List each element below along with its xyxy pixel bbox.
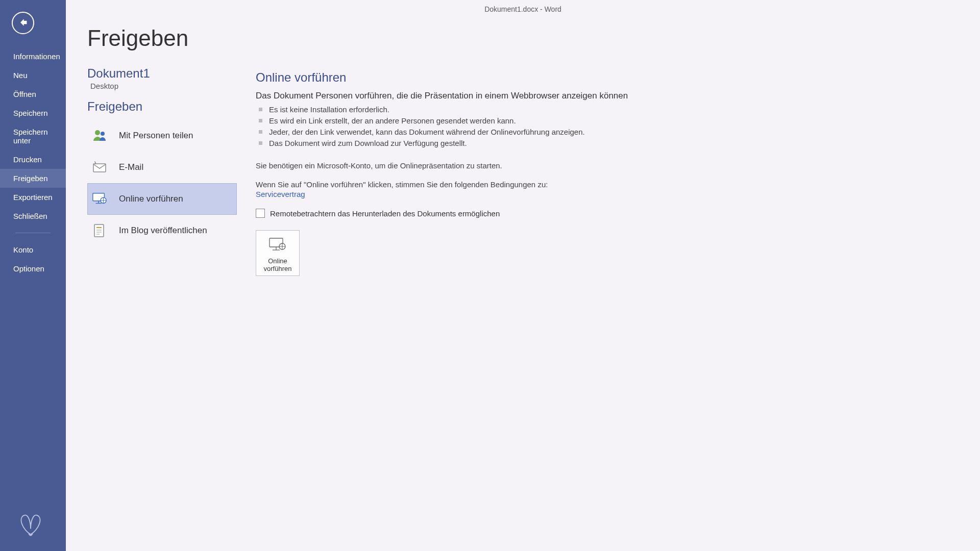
terms-link[interactable]: Servicevertrag: [256, 190, 305, 198]
present-online-button[interactable]: Online vorführen: [256, 230, 300, 276]
nav-options[interactable]: Optionen: [0, 259, 66, 278]
share-option-label: Online vorführen: [119, 194, 183, 204]
nav-open[interactable]: Öffnen: [0, 85, 66, 104]
spacer: [256, 26, 965, 70]
nav-new[interactable]: Neu: [0, 66, 66, 85]
detail-heading: Online vorführen: [256, 70, 965, 85]
button-label-line2: vorführen: [264, 265, 292, 272]
present-icon: [91, 191, 108, 207]
butterfly-icon: [15, 509, 66, 541]
nav-label: Öffnen: [13, 90, 36, 98]
nav-label: Schließen: [13, 212, 47, 220]
share-column: Freigeben Dokument1 Desktop Freigeben Mi…: [66, 26, 237, 551]
nav-label: Informationen: [13, 52, 60, 61]
terms-pre: Wenn Sie auf "Online vorführen" klicken,…: [256, 180, 965, 189]
share-option-blog[interactable]: Im Blog veröffentlichen: [87, 215, 237, 246]
people-icon: [91, 128, 108, 144]
document-location: Desktop: [90, 82, 237, 90]
app-root: Dokument1.docx - Word Informationen Neu …: [0, 0, 980, 551]
nav-print[interactable]: Drucken: [0, 150, 66, 169]
nav-label: Freigeben: [13, 174, 48, 183]
nav-label: Speichern unter: [13, 128, 48, 145]
nav-info[interactable]: Informationen: [0, 47, 66, 66]
detail-column: Online vorführen Das Dokument Personen v…: [237, 26, 980, 551]
bullet-item: Es wird ein Link erstellt, der an andere…: [256, 115, 965, 127]
nav-account[interactable]: Konto: [0, 240, 66, 259]
nav-export[interactable]: Exportieren: [0, 188, 66, 207]
blog-icon: [91, 222, 108, 239]
main-area: Freigeben Dokument1 Desktop Freigeben Mi…: [66, 0, 980, 551]
share-option-label: E-Mail: [119, 162, 143, 172]
present-icon: [268, 237, 287, 254]
window-title-bar: Dokument1.docx - Word: [66, 0, 980, 18]
backstage-sidebar: Informationen Neu Öffnen Speichern Speic…: [0, 0, 66, 551]
bullet-item: Das Dokument wird zum Download zur Verfü…: [256, 138, 965, 149]
arrow-left-icon: [18, 17, 28, 29]
download-checkbox[interactable]: [256, 209, 265, 218]
nav-separator: [15, 233, 51, 233]
nav-label: Exportieren: [13, 193, 53, 202]
nav-save[interactable]: Speichern: [0, 104, 66, 122]
bullet-item: Es ist keine Installation erforderlich.: [256, 104, 965, 115]
back-button[interactable]: [12, 12, 34, 34]
nav-save-as[interactable]: Speichern unter: [0, 122, 66, 150]
detail-bullets: Es ist keine Installation erforderlich. …: [256, 104, 965, 149]
share-option-email[interactable]: E-Mail: [87, 152, 237, 183]
mail-icon: [91, 159, 108, 176]
nav-close[interactable]: Schließen: [0, 207, 66, 226]
svg-point-1: [101, 132, 105, 136]
nav-label: Drucken: [13, 155, 42, 164]
download-checkbox-label: Remotebetrachtern das Herunterladen des …: [270, 209, 500, 218]
window-title: Dokument1.docx - Word: [484, 5, 561, 13]
bullet-item: Jeder, der den Link verwendet, kann das …: [256, 127, 965, 138]
share-heading: Freigeben: [87, 99, 237, 114]
share-option-people[interactable]: Mit Personen teilen: [87, 120, 237, 152]
share-option-label: Mit Personen teilen: [119, 131, 193, 141]
nav-label: Neu: [13, 71, 28, 80]
nav-share[interactable]: Freigeben: [0, 169, 66, 188]
svg-rect-2: [93, 164, 106, 172]
nav-label: Speichern: [13, 109, 48, 117]
svg-point-0: [95, 130, 100, 135]
share-option-present-online[interactable]: Online vorführen: [87, 183, 237, 215]
svg-rect-7: [94, 224, 104, 237]
share-options-list: Mit Personen teilen E-Mail Online vorfüh…: [87, 120, 237, 246]
nav-label: Konto: [13, 245, 33, 254]
detail-lead: Das Dokument Personen vorführen, die die…: [256, 91, 965, 101]
nav-label: Optionen: [13, 264, 44, 273]
detail-note: Sie benötigen ein Microsoft-Konto, um di…: [256, 161, 965, 170]
document-name: Dokument1: [87, 66, 237, 81]
nav-primary: Informationen Neu Öffnen Speichern Speic…: [0, 47, 66, 278]
share-option-label: Im Blog veröffentlichen: [119, 226, 207, 236]
download-checkbox-row: Remotebetrachtern das Herunterladen des …: [256, 209, 965, 218]
button-label-line1: Online: [268, 257, 287, 265]
page-title: Freigeben: [87, 26, 237, 51]
